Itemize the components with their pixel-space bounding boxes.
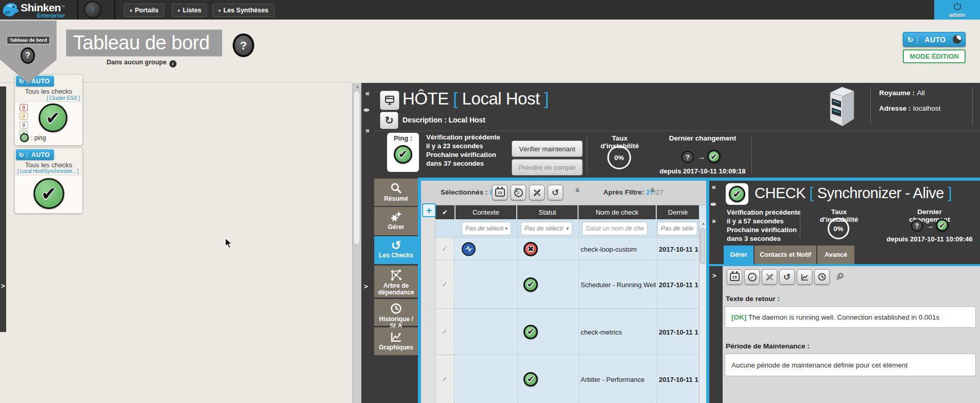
refresh-icon: ↻: [384, 114, 394, 127]
status-critical-icon[interactable]: ✖: [523, 242, 538, 256]
table-row-check-metrics[interactable]: ✓ ✔ check-metrics 2017-10-11 1: [435, 309, 699, 355]
acknowledge-selection-button[interactable]: ✓: [511, 185, 526, 200]
status-ok-icon[interactable]: ✔: [523, 372, 538, 387]
left-dock-strip: [0, 86, 6, 332]
row-selected-check[interactable]: ✓: [435, 309, 454, 355]
expand-panel-icon[interactable]: »: [712, 217, 716, 225]
scroll-up-arrow[interactable]: ▲: [355, 84, 360, 89]
row-selected-check[interactable]: ✓: [435, 355, 454, 403]
scrollbar-thumb[interactable]: [700, 228, 705, 264]
address-field: Adresse : localhost: [879, 103, 940, 113]
filter-date-select[interactable]: Pas de séle: [657, 222, 697, 235]
chevron-down-icon: ▾: [505, 226, 507, 231]
dashboard-scrollbar[interactable]: ▲: [352, 83, 361, 403]
info-icon[interactable]: i: [169, 60, 177, 67]
unknown-counter: 0: [20, 121, 28, 129]
widget-auto-button[interactable]: ↻ AUTO: [16, 149, 54, 160]
host-type-button[interactable]: [380, 91, 399, 110]
table-row-scheduler[interactable]: ✓ ✔ Scheduler - Running Well 2017-10-11 …: [435, 260, 699, 309]
dashboard-widget-synchronizer[interactable]: ↻ AUTO Tous les checks [ Local Host/Sync…: [14, 148, 83, 214]
check-name[interactable]: check-metrics: [581, 328, 656, 336]
expand-dock-chevron[interactable]: >: [364, 283, 368, 290]
widget-target-link[interactable]: [ Cluster ESX ]: [16, 95, 80, 101]
transition-arrow-icon: →: [697, 152, 706, 162]
filter-statut-select[interactable]: Pas de sélecti▾: [521, 222, 572, 235]
table-scrollbar[interactable]: ▲: [699, 219, 706, 403]
menu-portails[interactable]: ▾Portails: [124, 4, 164, 17]
brand-wordmark[interactable]: Shinken™ Enterprise: [21, 2, 65, 19]
scroll-up-arrow[interactable]: ▲: [701, 221, 706, 226]
resize-panel-icon[interactable]: ⇹: [710, 200, 716, 208]
recheck-button[interactable]: ↺: [779, 269, 795, 285]
context-pulse-icon[interactable]: [462, 242, 476, 256]
tab-gerer[interactable]: Gérer: [374, 207, 418, 235]
check-name[interactable]: Scheduler - Running Well: [581, 281, 656, 288]
expand-panel-icon[interactable]: »: [365, 126, 370, 134]
status-ok-icon[interactable]: ✔: [523, 277, 538, 292]
history-button[interactable]: [814, 269, 830, 285]
check-name[interactable]: Arbiter - Performance: [581, 375, 656, 383]
dashboard-widget-cluster-esx[interactable]: ↻ AUTO Tous les checks [ Cluster ESX ] 0…: [14, 74, 83, 146]
tab-arbre-dependance[interactable]: Arbre de dépendance: [374, 266, 418, 297]
column-header-nom[interactable]: Nom de check: [579, 205, 657, 219]
scroll-top-button[interactable]: ↑: [84, 1, 101, 19]
schedule-button[interactable]: 15: [727, 269, 742, 285]
filter-contexte-select[interactable]: Pas de sélecti▾: [462, 222, 511, 235]
acknowledge-button[interactable]: ✓: [744, 269, 760, 285]
status-ok-icon[interactable]: ✔: [523, 325, 538, 339]
recheck-selection-button[interactable]: ↺: [548, 185, 563, 200]
collapse-panel-icon[interactable]: «: [712, 183, 716, 191]
row-selected-check[interactable]: ✓: [435, 260, 454, 308]
user-menu[interactable]: admin: [934, 0, 980, 20]
shinken-logo-icon[interactable]: [2, 1, 20, 19]
scrollbar-thumb[interactable]: [353, 91, 360, 245]
tab-les-checks[interactable]: ↺ Les Checks: [374, 236, 418, 264]
help-button[interactable]: ?: [233, 33, 254, 57]
pin-icon[interactable]: [834, 271, 845, 283]
refresh-description-button[interactable]: ↻: [380, 112, 398, 129]
check-now-button[interactable]: Vérifier maintenant: [512, 141, 583, 157]
tab-graphiques[interactable]: Graphiques: [374, 327, 418, 355]
filter-name-input[interactable]: [582, 222, 647, 235]
fix-button[interactable]: [762, 269, 777, 285]
divider: [800, 209, 800, 238]
tab-avance[interactable]: Avancé: [817, 246, 854, 264]
ping-label: Ping :: [387, 134, 419, 142]
resize-panel-icon[interactable]: ⇹: [363, 106, 370, 114]
add-column-button[interactable]: +: [422, 203, 436, 217]
top-navbar: Shinken™ Enterprise ↑ ▾Portails ▾Listes …: [0, 0, 980, 20]
edit-mode-button[interactable]: MODE ÉDITION: [903, 49, 966, 63]
auto-refresh-button[interactable]: ↻ AUTO: [903, 32, 966, 47]
expand-panel-chevron[interactable]: >: [712, 272, 716, 279]
filter-total: /27: [654, 188, 663, 196]
checks-tab-dock: > Résumé Gérer ↺ Les Checks Arbre de dép…: [361, 178, 418, 403]
help-icon[interactable]: ?: [21, 47, 35, 64]
widget-target-link[interactable]: [ Local Host/Synchronizer... ]: [16, 168, 80, 174]
divider: [114, 0, 115, 20]
chart-icon: [800, 273, 809, 282]
tab-historique-sla[interactable]: Historique / SLA: [374, 299, 418, 326]
row-selected-check[interactable]: ✓: [435, 238, 454, 260]
schedule-button[interactable]: 15: [492, 185, 507, 200]
menu-listes[interactable]: ▾Listes: [172, 4, 207, 17]
collapse-panel-icon[interactable]: «: [365, 89, 370, 97]
column-header-statut[interactable]: Statut: [517, 205, 579, 219]
expand-left-dock-chevron[interactable]: >: [1, 282, 5, 290]
table-row-arbiter[interactable]: ✓ ✔ Arbiter - Performance 2017-10-11 1: [435, 355, 699, 403]
column-header-contexte[interactable]: Contexte: [456, 205, 517, 219]
acknowledge-button[interactable]: Prendre en compte: [512, 159, 583, 176]
tab-gerer[interactable]: Gérer: [724, 246, 754, 264]
column-header-date[interactable]: Derniè: [657, 205, 699, 219]
menu-les-syntheses[interactable]: ▾Les Synthèses: [213, 4, 274, 17]
tab-label: Graphiques: [379, 344, 413, 351]
fix-selection-button[interactable]: [529, 185, 545, 200]
check-name[interactable]: check-loop-custom: [581, 245, 656, 253]
ping-status-box: Ping : ✔: [387, 133, 419, 172]
column-header-select[interactable]: ✔: [435, 205, 456, 219]
table-row-check-loop-custom[interactable]: ✓ ✖ check-loop-custom 2017-10-11 1: [435, 238, 699, 260]
graph-button[interactable]: [797, 269, 812, 285]
server-image: [827, 85, 857, 128]
tab-resume[interactable]: Résumé: [374, 179, 418, 206]
tab-contacts-notif[interactable]: Contacts et Notif: [755, 246, 816, 264]
filter-and: &: [575, 187, 580, 193]
